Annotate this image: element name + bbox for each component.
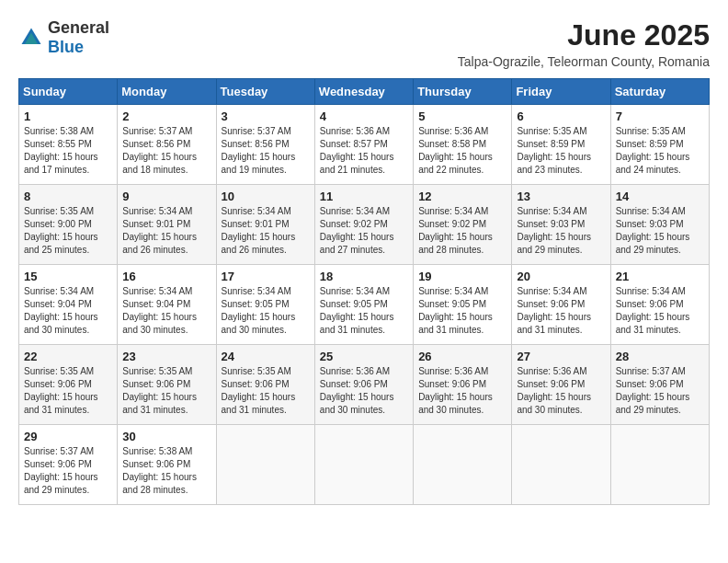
day-info: Sunrise: 5:34 AMSunset: 9:05 PMDaylight:… xyxy=(418,285,506,337)
calendar-cell: 8Sunrise: 5:35 AMSunset: 9:00 PMDaylight… xyxy=(19,185,118,265)
day-info: Sunrise: 5:35 AMSunset: 8:59 PMDaylight:… xyxy=(517,125,605,177)
day-info: Sunrise: 5:38 AMSunset: 9:06 PMDaylight:… xyxy=(122,445,210,497)
day-info: Sunrise: 5:34 AMSunset: 9:06 PMDaylight:… xyxy=(517,285,605,337)
day-number: 16 xyxy=(122,270,210,283)
calendar-cell: 1Sunrise: 5:38 AMSunset: 8:55 PMDaylight… xyxy=(19,105,118,185)
day-number: 30 xyxy=(122,430,210,443)
day-number: 9 xyxy=(122,190,210,203)
day-info: Sunrise: 5:35 AMSunset: 8:59 PMDaylight:… xyxy=(616,125,704,177)
day-number: 8 xyxy=(24,190,112,203)
calendar-cell: 24Sunrise: 5:35 AMSunset: 9:06 PMDayligh… xyxy=(216,345,314,425)
month-title: June 2025 xyxy=(458,18,710,52)
calendar-cell xyxy=(216,425,314,505)
calendar-cell: 17Sunrise: 5:34 AMSunset: 9:05 PMDayligh… xyxy=(216,265,314,345)
day-number: 22 xyxy=(24,350,112,363)
calendar-cell: 6Sunrise: 5:35 AMSunset: 8:59 PMDaylight… xyxy=(512,105,610,185)
logo-general-text: General xyxy=(48,18,109,37)
day-number: 24 xyxy=(222,350,310,363)
day-info: Sunrise: 5:36 AMSunset: 9:06 PMDaylight:… xyxy=(320,365,408,417)
day-number: 2 xyxy=(122,109,210,123)
calendar-cell: 29Sunrise: 5:37 AMSunset: 9:06 PMDayligh… xyxy=(19,425,118,505)
calendar-cell: 13Sunrise: 5:34 AMSunset: 9:03 PMDayligh… xyxy=(512,185,610,265)
logo-blue-text: Blue xyxy=(48,38,84,56)
day-number: 13 xyxy=(517,190,605,203)
day-info: Sunrise: 5:37 AMSunset: 8:56 PMDaylight:… xyxy=(122,125,210,177)
day-header-saturday: Saturday xyxy=(610,79,709,105)
calendar-header-row: SundayMondayTuesdayWednesdayThursdayFrid… xyxy=(19,79,710,105)
day-info: Sunrise: 5:34 AMSunset: 9:02 PMDaylight:… xyxy=(320,205,408,257)
calendar-cell: 15Sunrise: 5:34 AMSunset: 9:04 PMDayligh… xyxy=(19,265,118,345)
day-header-monday: Monday xyxy=(118,79,216,105)
calendar-week-3: 15Sunrise: 5:34 AMSunset: 9:04 PMDayligh… xyxy=(19,265,710,345)
calendar-cell: 21Sunrise: 5:34 AMSunset: 9:06 PMDayligh… xyxy=(610,265,709,345)
day-info: Sunrise: 5:34 AMSunset: 9:02 PMDaylight:… xyxy=(418,205,506,257)
calendar-cell: 27Sunrise: 5:36 AMSunset: 9:06 PMDayligh… xyxy=(512,345,610,425)
day-info: Sunrise: 5:34 AMSunset: 9:04 PMDaylight:… xyxy=(122,285,210,337)
day-number: 5 xyxy=(418,109,506,123)
day-info: Sunrise: 5:36 AMSunset: 9:06 PMDaylight:… xyxy=(418,365,506,417)
calendar-table: SundayMondayTuesdayWednesdayThursdayFrid… xyxy=(18,78,710,505)
day-info: Sunrise: 5:35 AMSunset: 9:06 PMDaylight:… xyxy=(24,365,112,417)
calendar-cell: 18Sunrise: 5:34 AMSunset: 9:05 PMDayligh… xyxy=(314,265,413,345)
calendar-cell: 30Sunrise: 5:38 AMSunset: 9:06 PMDayligh… xyxy=(118,425,216,505)
day-info: Sunrise: 5:38 AMSunset: 8:55 PMDaylight:… xyxy=(24,125,112,177)
day-info: Sunrise: 5:34 AMSunset: 9:03 PMDaylight:… xyxy=(616,205,704,257)
calendar-cell: 28Sunrise: 5:37 AMSunset: 9:06 PMDayligh… xyxy=(610,345,709,425)
day-number: 11 xyxy=(320,190,408,203)
day-number: 26 xyxy=(418,350,506,363)
day-number: 19 xyxy=(418,270,506,283)
day-header-sunday: Sunday xyxy=(19,79,118,105)
calendar-week-1: 1Sunrise: 5:38 AMSunset: 8:55 PMDaylight… xyxy=(19,105,710,185)
calendar-week-5: 29Sunrise: 5:37 AMSunset: 9:06 PMDayligh… xyxy=(19,425,710,505)
day-info: Sunrise: 5:37 AMSunset: 9:06 PMDaylight:… xyxy=(616,365,704,417)
day-info: Sunrise: 5:34 AMSunset: 9:03 PMDaylight:… xyxy=(517,205,605,257)
day-info: Sunrise: 5:34 AMSunset: 9:06 PMDaylight:… xyxy=(616,285,704,337)
day-number: 3 xyxy=(222,109,310,123)
calendar-cell: 22Sunrise: 5:35 AMSunset: 9:06 PMDayligh… xyxy=(19,345,118,425)
day-number: 25 xyxy=(320,350,408,363)
day-info: Sunrise: 5:35 AMSunset: 9:00 PMDaylight:… xyxy=(24,205,112,257)
calendar-cell xyxy=(314,425,413,505)
calendar-week-2: 8Sunrise: 5:35 AMSunset: 9:00 PMDaylight… xyxy=(19,185,710,265)
title-section: June 2025 Talpa-Ograzile, Teleorman Coun… xyxy=(458,18,710,69)
calendar-cell: 10Sunrise: 5:34 AMSunset: 9:01 PMDayligh… xyxy=(216,185,314,265)
calendar-cell: 5Sunrise: 5:36 AMSunset: 8:58 PMDaylight… xyxy=(414,105,512,185)
calendar-cell xyxy=(512,425,610,505)
day-number: 12 xyxy=(418,190,506,203)
day-number: 18 xyxy=(320,270,408,283)
day-number: 27 xyxy=(517,350,605,363)
calendar-cell: 12Sunrise: 5:34 AMSunset: 9:02 PMDayligh… xyxy=(414,185,512,265)
calendar-cell: 2Sunrise: 5:37 AMSunset: 8:56 PMDaylight… xyxy=(118,105,216,185)
calendar-cell: 7Sunrise: 5:35 AMSunset: 8:59 PMDaylight… xyxy=(610,105,709,185)
day-number: 10 xyxy=(222,190,310,203)
day-info: Sunrise: 5:36 AMSunset: 8:58 PMDaylight:… xyxy=(418,125,506,177)
logo-icon xyxy=(18,25,44,51)
calendar-week-4: 22Sunrise: 5:35 AMSunset: 9:06 PMDayligh… xyxy=(19,345,710,425)
day-info: Sunrise: 5:34 AMSunset: 9:01 PMDaylight:… xyxy=(222,205,310,257)
day-info: Sunrise: 5:35 AMSunset: 9:06 PMDaylight:… xyxy=(122,365,210,417)
day-header-thursday: Thursday xyxy=(414,79,512,105)
day-info: Sunrise: 5:34 AMSunset: 9:01 PMDaylight:… xyxy=(122,205,210,257)
day-info: Sunrise: 5:37 AMSunset: 8:56 PMDaylight:… xyxy=(222,125,310,177)
calendar-cell: 26Sunrise: 5:36 AMSunset: 9:06 PMDayligh… xyxy=(414,345,512,425)
day-number: 4 xyxy=(320,109,408,123)
day-header-wednesday: Wednesday xyxy=(314,79,413,105)
day-number: 28 xyxy=(616,350,704,363)
calendar-cell: 9Sunrise: 5:34 AMSunset: 9:01 PMDaylight… xyxy=(118,185,216,265)
location-title: Talpa-Ograzile, Teleorman County, Romani… xyxy=(458,54,710,69)
calendar-cell: 25Sunrise: 5:36 AMSunset: 9:06 PMDayligh… xyxy=(314,345,413,425)
day-info: Sunrise: 5:37 AMSunset: 9:06 PMDaylight:… xyxy=(24,445,112,497)
logo: General Blue xyxy=(18,18,109,57)
day-info: Sunrise: 5:34 AMSunset: 9:05 PMDaylight:… xyxy=(320,285,408,337)
day-number: 20 xyxy=(517,270,605,283)
calendar-cell: 11Sunrise: 5:34 AMSunset: 9:02 PMDayligh… xyxy=(314,185,413,265)
calendar-cell: 19Sunrise: 5:34 AMSunset: 9:05 PMDayligh… xyxy=(414,265,512,345)
day-header-tuesday: Tuesday xyxy=(216,79,314,105)
calendar-cell xyxy=(414,425,512,505)
calendar-cell: 3Sunrise: 5:37 AMSunset: 8:56 PMDaylight… xyxy=(216,105,314,185)
page-header: General Blue June 2025 Talpa-Ograzile, T… xyxy=(18,18,710,69)
calendar-cell: 20Sunrise: 5:34 AMSunset: 9:06 PMDayligh… xyxy=(512,265,610,345)
day-info: Sunrise: 5:34 AMSunset: 9:05 PMDaylight:… xyxy=(222,285,310,337)
day-number: 14 xyxy=(616,190,704,203)
calendar-cell: 14Sunrise: 5:34 AMSunset: 9:03 PMDayligh… xyxy=(610,185,709,265)
